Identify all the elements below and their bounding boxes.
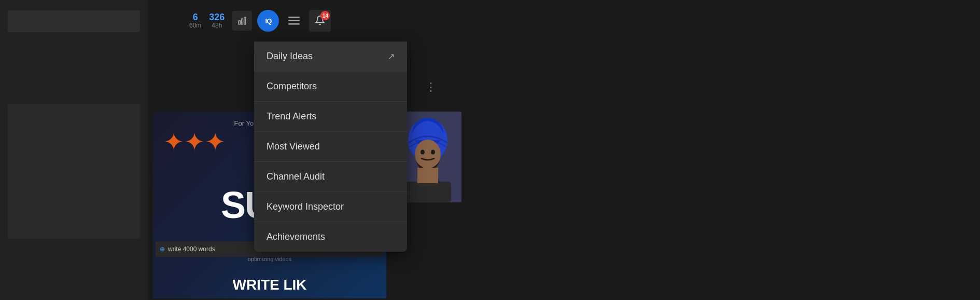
svg-point-12 bbox=[431, 150, 435, 155]
hamburger-button[interactable] bbox=[284, 11, 304, 31]
notification-button[interactable]: 14 bbox=[309, 10, 331, 32]
surf-stars: ✦✦✦ bbox=[163, 127, 226, 156]
daily-ideas-label-group: Daily Ideas bbox=[267, 51, 313, 62]
notification-badge: 14 bbox=[320, 11, 330, 20]
most-viewed-label: Most Viewed bbox=[267, 141, 320, 152]
toolbar: 6 60m 326 48h IQ 14 bbox=[181, 0, 980, 42]
left-panel bbox=[0, 0, 148, 300]
menu-item-channel-audit[interactable]: Channel Audit bbox=[254, 162, 407, 192]
trend-alerts-label: Trend Alerts bbox=[267, 111, 316, 122]
svg-rect-1 bbox=[242, 19, 243, 24]
menu-item-most-viewed[interactable]: Most Viewed bbox=[254, 132, 407, 162]
channel-audit-label: Channel Audit bbox=[267, 171, 325, 182]
iq-label: IQ bbox=[265, 17, 272, 25]
svg-rect-13 bbox=[404, 182, 451, 202]
menu-item-daily-ideas[interactable]: Daily Ideas ↗ bbox=[254, 42, 407, 72]
chart-button[interactable] bbox=[232, 11, 252, 31]
competitors-label: Competitors bbox=[267, 81, 317, 92]
left-content bbox=[8, 104, 140, 239]
svg-rect-2 bbox=[244, 17, 246, 24]
stats-group: 6 60m 326 48h bbox=[189, 12, 225, 30]
stat-num-2: 326 bbox=[209, 12, 225, 23]
iq-button[interactable]: IQ bbox=[257, 10, 279, 32]
stat-num-1: 6 bbox=[193, 12, 198, 23]
stat-label-2: 48h bbox=[212, 22, 222, 29]
svg-rect-3 bbox=[288, 17, 300, 18]
svg-rect-4 bbox=[288, 20, 300, 22]
svg-point-10 bbox=[415, 140, 441, 169]
stat-label-1: 60m bbox=[189, 22, 201, 29]
write-placeholder: write 4000 words bbox=[168, 246, 215, 253]
external-link-icon: ↗ bbox=[388, 51, 395, 61]
svg-rect-14 bbox=[417, 168, 438, 183]
menu-item-trend-alerts[interactable]: Trend Alerts bbox=[254, 102, 407, 132]
menu-item-keyword-inspector[interactable]: Keyword Inspector bbox=[254, 192, 407, 222]
search-bar[interactable] bbox=[8, 10, 140, 32]
svg-rect-5 bbox=[288, 23, 300, 25]
achievements-label: Achievements bbox=[267, 231, 325, 242]
keyword-inspector-label: Keyword Inspector bbox=[267, 201, 344, 212]
dropdown-menu: Daily Ideas ↗ Competitors Trend Alerts M… bbox=[254, 42, 407, 252]
more-options-button[interactable]: ⋮ bbox=[425, 80, 437, 94]
menu-item-competitors[interactable]: Competitors bbox=[254, 72, 407, 102]
stat-item-1: 6 60m bbox=[189, 12, 201, 30]
daily-ideas-label: Daily Ideas bbox=[267, 51, 313, 62]
write-bottom-text: WRITE LIK bbox=[153, 277, 386, 293]
stat-item-2: 326 48h bbox=[209, 12, 225, 30]
cursor-icon: ⊕ bbox=[160, 246, 165, 253]
svg-rect-0 bbox=[239, 21, 241, 24]
menu-item-achievements[interactable]: Achievements bbox=[254, 222, 407, 252]
svg-point-11 bbox=[421, 150, 425, 155]
